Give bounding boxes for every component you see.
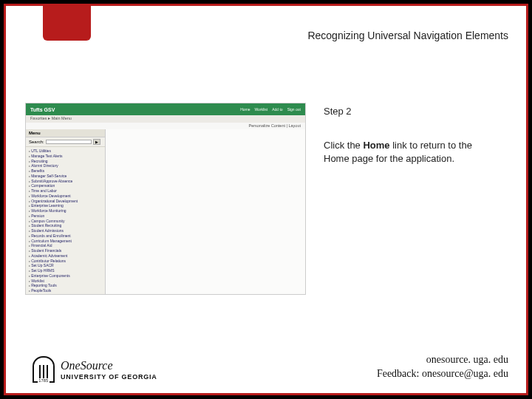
sidebar-item[interactable]: Worklist xyxy=(29,279,102,284)
personalize-bar[interactable]: Personalize Content | Layout xyxy=(26,123,305,129)
search-input[interactable] xyxy=(46,140,92,144)
sidebar-item[interactable]: Workforce Monitoring xyxy=(29,208,102,214)
sidebar-menu: UTL UtilitiesManage Text AlertsRecruitin… xyxy=(26,147,105,294)
sidebar-item[interactable]: UTL Utilities xyxy=(29,149,102,154)
sidebar-item[interactable]: Student Financials xyxy=(29,248,102,253)
sidebar-item[interactable]: Recruiting xyxy=(29,159,102,164)
footer-logo: 1785 OneSource UNIVERSITY OF GEORGIA xyxy=(33,356,157,383)
red-tab-decor xyxy=(43,4,91,41)
sidebar-item[interactable]: Curriculum Management xyxy=(29,239,102,244)
page-title: Recognizing Universal Navigation Element… xyxy=(307,30,508,41)
logo-text: OneSource UNIVERSITY OF GEORGIA xyxy=(61,359,157,381)
sidebar-item[interactable]: Alumni Directory xyxy=(29,163,102,168)
sidebar-item[interactable]: Enterprise Learning xyxy=(29,203,102,208)
sidebar-search: Search: ▶ xyxy=(26,137,105,147)
sidebar-item[interactable]: Set Up SACR xyxy=(29,263,102,268)
logo-line2: UNIVERSITY OF GEORGIA xyxy=(61,373,157,381)
search-go-button[interactable]: ▶ xyxy=(93,139,100,145)
uga-arch-icon: 1785 xyxy=(33,356,55,383)
logo-line1: OneSource xyxy=(61,359,157,372)
sidebar-item[interactable]: Benefits xyxy=(29,168,102,174)
nav-addto[interactable]: Add to xyxy=(272,107,282,112)
sidebar-head: Menu xyxy=(26,129,105,137)
app-topbar: Tufts GSV Home Worklist Add to Sign out xyxy=(26,103,305,115)
footer-url: onesource. uga. edu xyxy=(377,353,508,367)
logo-year: 1785 xyxy=(38,378,49,383)
sidebar-item[interactable]: Campus Community xyxy=(29,219,102,224)
sidebar-item[interactable]: Student Admissions xyxy=(29,228,102,233)
sidebar-item[interactable]: Pension xyxy=(29,214,102,219)
footer-contact: onesource. uga. edu Feedback: onesource@… xyxy=(377,353,508,381)
slide: Recognizing Universal Navigation Element… xyxy=(4,4,528,395)
instruction-text: Click the Home link to return to the Hom… xyxy=(324,139,497,165)
step-label: Step 2 xyxy=(324,106,352,117)
sidebar-item[interactable]: Manager Self-Service xyxy=(29,174,102,179)
sidebar-item[interactable]: Reporting Tools xyxy=(29,283,102,288)
app-content xyxy=(106,129,305,294)
search-label: Search: xyxy=(29,140,44,144)
nav-worklist[interactable]: Worklist xyxy=(254,107,267,112)
brand-text: Tufts GSV xyxy=(30,107,55,112)
instruction-pre: Click the xyxy=(324,140,363,151)
sidebar-item[interactable]: Submit/Approve Absence xyxy=(29,179,102,184)
footer-email: Feedback: onesource@uga. edu xyxy=(377,367,508,381)
instruction-bold: Home xyxy=(363,140,389,151)
app-sidebar: Menu Search: ▶ UTL UtilitiesManage Text … xyxy=(26,129,106,294)
sidebar-item[interactable]: Records and Enrollment xyxy=(29,233,102,239)
sidebar-item[interactable]: Enterprise Components xyxy=(29,273,102,279)
sidebar-item[interactable]: Student Recruiting xyxy=(29,223,102,228)
breadcrumb-bar: Favorites ▸ Main Menu xyxy=(26,115,305,123)
app-body: Menu Search: ▶ UTL UtilitiesManage Text … xyxy=(26,129,305,294)
app-brand: Tufts GSV xyxy=(30,107,55,112)
app-screenshot: Tufts GSV Home Worklist Add to Sign out … xyxy=(25,103,306,295)
sidebar-item[interactable]: Set Up HRMS xyxy=(29,268,102,273)
sidebar-item[interactable]: Organizational Development xyxy=(29,199,102,204)
breadcrumb[interactable]: Favorites ▸ Main Menu xyxy=(30,116,72,122)
sidebar-item[interactable]: Compensation xyxy=(29,183,102,188)
app-topnav: Home Worklist Add to Sign out xyxy=(240,107,301,112)
sidebar-item[interactable]: PeopleTools xyxy=(29,288,102,293)
sidebar-item[interactable]: Contributor Relations xyxy=(29,259,102,264)
sidebar-item[interactable]: Manage Text Alerts xyxy=(29,154,102,159)
sidebar-item[interactable]: My Personalizations xyxy=(29,293,102,294)
sidebar-item[interactable]: Academic Advisement xyxy=(29,253,102,259)
sidebar-item[interactable]: Time and Labor xyxy=(29,188,102,194)
sidebar-item[interactable]: Workforce Development xyxy=(29,194,102,199)
nav-signout[interactable]: Sign out xyxy=(287,107,301,112)
sidebar-item[interactable]: Financial Aid xyxy=(29,243,102,248)
nav-home[interactable]: Home xyxy=(240,107,250,112)
